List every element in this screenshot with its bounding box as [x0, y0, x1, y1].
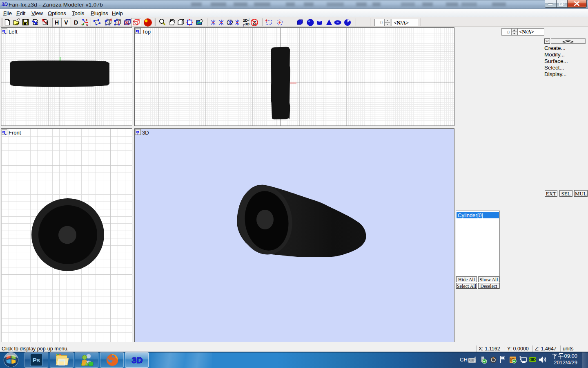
svg-text:y: y [81, 22, 83, 26]
svg-text:z: z [86, 18, 87, 22]
svg-text:<N/A>: <N/A> [394, 20, 409, 26]
svg-text:3D: 3D [132, 355, 143, 365]
svg-text:Ps: Ps [33, 357, 40, 364]
svg-text:x: x [86, 22, 88, 27]
svg-text:0: 0 [507, 30, 510, 35]
svg-text:3D: 3D [2, 2, 8, 7]
svg-text:0: 0 [380, 20, 383, 25]
svg-text:H: H [55, 19, 59, 26]
svg-text:V: V [64, 19, 68, 26]
svg-text:┌3D: ┌3D [242, 22, 249, 27]
svg-text:D: D [74, 19, 78, 26]
